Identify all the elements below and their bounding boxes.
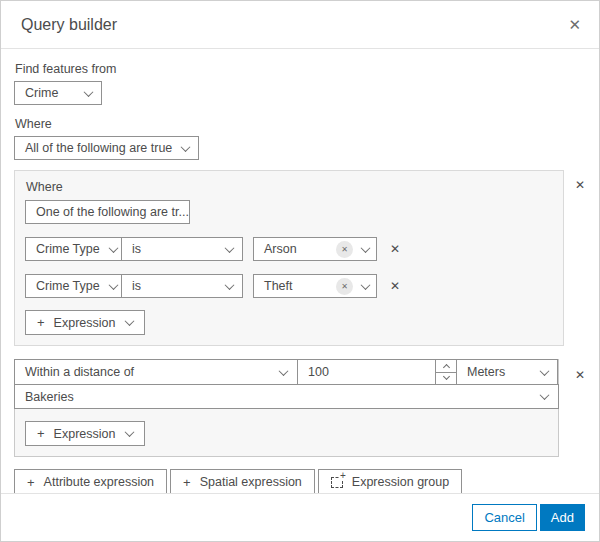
expression-group-2: Within a distance of Meters bbox=[14, 359, 559, 457]
operator-select[interactable]: is bbox=[121, 237, 243, 261]
spatial-operator-select[interactable]: Within a distance of bbox=[14, 359, 298, 385]
chevron-up-icon bbox=[442, 364, 449, 371]
value-select-value: Arson bbox=[264, 242, 336, 256]
spatial-operator-value: Within a distance of bbox=[25, 365, 134, 379]
group1-logic-select[interactable]: One of the following are tr... bbox=[25, 200, 190, 224]
distance-input[interactable] bbox=[298, 361, 398, 383]
field-select[interactable]: Crime Type bbox=[25, 274, 122, 298]
spatial-expression-row: Within a distance of Meters bbox=[14, 359, 559, 385]
plus-icon: + bbox=[27, 475, 35, 490]
chevron-down-icon bbox=[540, 366, 550, 376]
plus-icon: + bbox=[183, 475, 191, 490]
group1-logic-value: One of the following are tr... bbox=[36, 205, 189, 219]
add-expression-group-button[interactable]: + Expression group bbox=[318, 469, 462, 495]
operator-select-value: is bbox=[132, 279, 141, 293]
expression-row: Crime Type is Theft ✕ ✕ bbox=[25, 274, 553, 298]
plus-icon: + bbox=[37, 426, 45, 441]
find-features-label: Find features from bbox=[15, 62, 587, 76]
chevron-down-icon bbox=[279, 366, 289, 376]
dialog-footer: Cancel Add bbox=[1, 493, 599, 541]
add-attribute-expression-button[interactable]: + Attribute expression bbox=[14, 469, 167, 495]
add-expression-label: Expression bbox=[54, 316, 116, 330]
dialog-content: Find features from Crime Where All of th… bbox=[1, 49, 599, 495]
value-select-value: Theft bbox=[264, 279, 336, 293]
chevron-down-icon bbox=[84, 87, 94, 97]
clear-value-icon[interactable]: ✕ bbox=[336, 278, 353, 295]
expression-group-1-row: Where One of the following are tr... Cri… bbox=[14, 170, 587, 346]
chevron-down-icon bbox=[361, 243, 371, 253]
remove-expression-icon[interactable]: ✕ bbox=[390, 279, 400, 293]
spatial-expression-label: Spatial expression bbox=[200, 475, 302, 489]
layer-target-select[interactable]: Bakeries bbox=[14, 384, 559, 409]
layer-select-value: Crime bbox=[25, 86, 58, 100]
plus-icon: + bbox=[37, 315, 45, 330]
chevron-down-icon bbox=[181, 142, 191, 152]
expression-group-icon: + bbox=[331, 477, 343, 488]
clear-value-icon[interactable]: ✕ bbox=[336, 241, 353, 258]
close-icon[interactable]: ✕ bbox=[566, 15, 583, 34]
add-button[interactable]: Add bbox=[540, 504, 585, 531]
distance-input-cell bbox=[297, 359, 457, 385]
add-spatial-expression-button[interactable]: + Spatial expression bbox=[170, 469, 315, 495]
field-select-value: Crime Type bbox=[36, 242, 100, 256]
distance-stepper bbox=[435, 360, 456, 384]
chevron-down-icon bbox=[361, 280, 371, 290]
expression-actions: + Attribute expression + Spatial express… bbox=[14, 469, 587, 495]
query-builder-dialog: Query builder ✕ Find features from Crime… bbox=[0, 0, 600, 542]
unit-select[interactable]: Meters bbox=[456, 359, 558, 385]
logic-select-value: All of the following are true bbox=[25, 141, 172, 155]
expression-group-1: Where One of the following are tr... Cri… bbox=[14, 170, 564, 346]
field-select[interactable]: Crime Type bbox=[25, 237, 122, 261]
expression-row: Crime Type is Arson ✕ ✕ bbox=[25, 237, 553, 261]
chevron-down-icon bbox=[225, 243, 235, 253]
layer-select[interactable]: Crime bbox=[14, 81, 102, 105]
layer-target-value: Bakeries bbox=[25, 390, 74, 404]
add-expression-button[interactable]: + Expression bbox=[25, 421, 145, 446]
dialog-title: Query builder bbox=[21, 16, 117, 34]
chevron-down-icon bbox=[108, 243, 118, 253]
chevron-down-icon bbox=[108, 280, 118, 290]
attribute-expression-label: Attribute expression bbox=[44, 475, 154, 489]
expression-group-2-row: Within a distance of Meters bbox=[14, 359, 587, 457]
add-expression-button[interactable]: + Expression bbox=[25, 310, 145, 335]
chevron-down-icon bbox=[125, 316, 135, 326]
unit-select-value: Meters bbox=[467, 365, 505, 379]
value-select[interactable]: Theft ✕ bbox=[253, 274, 377, 298]
chevron-down-icon bbox=[125, 427, 135, 437]
stepper-up-button[interactable] bbox=[436, 360, 456, 372]
logic-select[interactable]: All of the following are true bbox=[14, 136, 199, 160]
add-expression-label: Expression bbox=[54, 427, 116, 441]
group1-where-label: Where bbox=[26, 180, 553, 194]
chevron-down-icon bbox=[540, 390, 550, 400]
stepper-down-button[interactable] bbox=[436, 372, 456, 385]
remove-group-icon[interactable]: ✕ bbox=[573, 368, 587, 382]
where-label: Where bbox=[15, 117, 587, 131]
operator-select-value: is bbox=[132, 242, 141, 256]
remove-group-icon[interactable]: ✕ bbox=[573, 178, 587, 192]
expression-group-label: Expression group bbox=[352, 475, 449, 489]
field-select-value: Crime Type bbox=[36, 279, 100, 293]
cancel-button[interactable]: Cancel bbox=[472, 504, 536, 531]
chevron-down-icon bbox=[225, 280, 235, 290]
remove-expression-icon[interactable]: ✕ bbox=[390, 242, 400, 256]
dialog-header: Query builder ✕ bbox=[1, 1, 599, 49]
operator-select[interactable]: is bbox=[121, 274, 243, 298]
value-select[interactable]: Arson ✕ bbox=[253, 237, 377, 261]
chevron-down-icon bbox=[442, 373, 449, 380]
group2-footer: + Expression bbox=[15, 409, 558, 456]
